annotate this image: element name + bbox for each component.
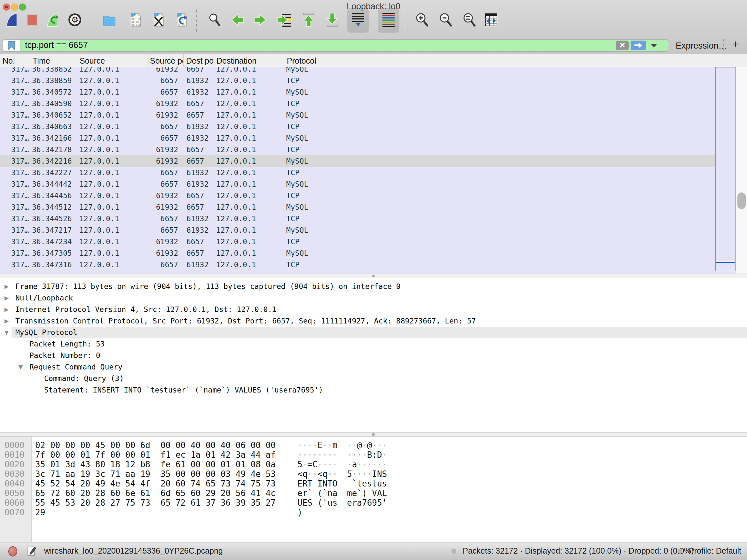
packet-row[interactable]: 317…36.347217127.0.0.1665761932127.0.0.1… <box>0 224 715 236</box>
scrollbar-thumb[interactable] <box>738 192 746 209</box>
cell-time: 36.344526 <box>30 213 77 224</box>
packet-row[interactable]: 317…36.340663127.0.0.1665761932127.0.0.1… <box>0 121 715 132</box>
packet-row[interactable]: 317…36.347305127.0.0.1619326657127.0.0.1… <box>0 247 715 259</box>
column-header-dest-port[interactable]: Dest port <box>183 54 214 67</box>
filter-history-caret[interactable] <box>651 44 657 48</box>
filter-apply-button[interactable] <box>630 41 646 50</box>
column-header-source[interactable]: Source <box>77 54 147 67</box>
detail-row[interactable]: Command: Query (3) <box>0 373 747 384</box>
stop-capture-button[interactable] <box>24 13 40 28</box>
close-file-button[interactable]: 0101001101 <box>151 13 166 28</box>
intelligent-scrollbar-minimap[interactable] <box>715 67 736 271</box>
display-filter-input[interactable]: tcp.port == 6657 ✕ <box>3 39 668 52</box>
packet-row[interactable]: 317…36.347316127.0.0.1665761932127.0.0.1… <box>0 259 715 270</box>
packet-row[interactable]: 317…36.344512127.0.0.1619326657127.0.0.1… <box>0 202 715 213</box>
expression-button[interactable]: Expression… <box>676 41 727 51</box>
hex-row[interactable]: 00303c 71 aa 19 3c 71 aa 1935 00 00 00 0… <box>0 469 747 479</box>
capture-comment-icon[interactable] <box>27 545 36 558</box>
detail-row[interactable]: ▶Transmission Control Protocol, Src Port… <box>0 315 747 327</box>
cell-dst: 127.0.0.1 <box>214 259 284 270</box>
cell-sport: 61932 <box>147 202 183 213</box>
expand-triangle-icon[interactable]: ▶ <box>4 315 9 327</box>
cell-src: 127.0.0.1 <box>77 213 147 224</box>
packet-row[interactable]: 317…36.344456127.0.0.1619326657127.0.0.1… <box>0 190 715 202</box>
packet-row[interactable]: 317…36.342216127.0.0.1619326657127.0.0.1… <box>0 155 715 167</box>
cell-time: 36.340590 <box>30 98 77 109</box>
hex-row[interactable]: 007029) <box>0 508 747 517</box>
go-to-packet-button[interactable] <box>277 13 292 28</box>
reload-file-button[interactable]: 10100110 <box>174 13 189 28</box>
start-capture-button[interactable] <box>4 13 19 28</box>
packet-row[interactable]: 317…36.340572127.0.0.1665761932127.0.0.1… <box>0 86 715 98</box>
auto-scroll-toggle[interactable] <box>351 13 366 28</box>
open-file-button[interactable] <box>102 13 117 28</box>
expand-triangle-icon[interactable]: ▶ <box>4 304 9 315</box>
detail-row[interactable]: Packet Length: 53 <box>0 338 747 350</box>
packet-row[interactable]: 317…36.342227127.0.0.1665761932127.0.0.1… <box>0 167 715 178</box>
cell-time: 36.342216 <box>30 155 77 167</box>
collapse-triangle-icon[interactable]: ▼ <box>4 327 9 338</box>
list-details-splitter[interactable] <box>0 274 747 278</box>
filter-clear-button[interactable]: ✕ <box>616 41 629 50</box>
zoom-reset-button[interactable] <box>462 13 477 28</box>
resize-columns-button[interactable] <box>484 13 499 28</box>
cell-dst: 127.0.0.1 <box>214 178 284 190</box>
toolbar-separator <box>407 9 407 32</box>
hex-row[interactable]: 004045 52 54 20 49 4e 54 4f20 60 74 65 7… <box>0 479 747 488</box>
column-header-time[interactable]: Time <box>30 54 77 67</box>
column-header-protocol[interactable]: Protocol <box>284 54 715 67</box>
expert-info-icon[interactable] <box>8 546 17 557</box>
cell-dst: 127.0.0.1 <box>214 75 284 86</box>
details-hex-splitter[interactable] <box>0 432 747 436</box>
packet-row[interactable]: 317…36.342166127.0.0.1665761932127.0.0.1… <box>0 132 715 144</box>
capture-options-button[interactable]: ⚙ <box>67 13 82 28</box>
detail-row[interactable]: ▼Request Command Query <box>0 361 747 373</box>
hex-row[interactable]: 00107f 00 00 01 7f 00 00 01f1 ec 1a 01 4… <box>0 450 747 460</box>
find-packet-button[interactable] <box>207 13 223 28</box>
column-header-no-[interactable]: No. <box>0 54 30 67</box>
hex-row[interactable]: 000002 00 00 00 45 00 00 6d00 00 40 00 4… <box>0 441 747 450</box>
cell-dport: 6657 <box>183 144 214 155</box>
detail-row[interactable]: ▶Frame 31787: 113 bytes on wire (904 bit… <box>0 281 747 292</box>
restart-capture-button[interactable] <box>45 13 60 28</box>
packet-row[interactable]: 317…36.342178127.0.0.1619326657127.0.0.1… <box>0 144 715 155</box>
expand-triangle-icon[interactable]: ▶ <box>4 292 9 304</box>
detail-row[interactable]: Statement: INSERT INTO `testuser` (`name… <box>0 384 747 396</box>
packet-row[interactable]: 317…36.338852127.0.0.1619326657127.0.0.1… <box>0 67 715 75</box>
hex-row[interactable]: 006055 45 53 20 28 27 75 7365 72 61 37 3… <box>0 498 747 508</box>
hex-row[interactable]: 005065 72 60 20 28 60 6e 616d 65 60 29 2… <box>0 488 747 498</box>
profile-text[interactable]: Profile: Default <box>689 546 741 556</box>
expand-triangle-icon[interactable]: ▶ <box>4 281 9 292</box>
packet-list-scrollbar[interactable] <box>736 67 747 274</box>
hex-offset: 0010 <box>4 450 25 460</box>
packet-row[interactable]: 317…36.347234127.0.0.1619326657127.0.0.1… <box>0 236 715 247</box>
column-header-source-port[interactable]: Source port <box>147 54 183 67</box>
detail-row[interactable]: Packet Number: 0 <box>0 350 747 361</box>
zoom-out-button[interactable] <box>438 13 454 28</box>
detail-text: Request Command Query <box>29 361 123 373</box>
packet-row[interactable]: 317…36.344526127.0.0.1665761932127.0.0.1… <box>0 213 715 224</box>
detail-row[interactable]: ▶Null/Loopback <box>0 292 747 304</box>
packet-row[interactable]: 317…36.344442127.0.0.1665761932127.0.0.1… <box>0 178 715 190</box>
cell-no: 317… <box>0 109 30 121</box>
detail-row[interactable]: ▶Internet Protocol Version 4, Src: 127.0… <box>0 304 747 315</box>
last-packet-button[interactable] <box>325 13 340 28</box>
zoom-in-button[interactable] <box>414 13 430 28</box>
colorize-toggle[interactable] <box>381 13 396 28</box>
packet-row[interactable]: 317…36.340652127.0.0.1619326657127.0.0.1… <box>0 109 715 121</box>
save-file-button[interactable]: 010100110101110 <box>128 13 143 28</box>
first-packet-button[interactable] <box>301 13 316 28</box>
cell-dst: 127.0.0.1 <box>214 121 284 132</box>
packet-row[interactable]: 317…36.340590127.0.0.1619326657127.0.0.1… <box>0 98 715 109</box>
add-filter-button[interactable]: + <box>732 38 739 50</box>
window-title: Loopback: lo0 <box>0 2 747 11</box>
detail-row[interactable]: ▼MySQL Protocol <box>0 327 747 338</box>
filter-bookmark-button[interactable] <box>3 39 21 51</box>
collapse-triangle-icon[interactable]: ▼ <box>19 361 23 373</box>
previous-packet-button[interactable] <box>230 13 245 28</box>
next-packet-button[interactable] <box>253 13 268 28</box>
hex-bytes: 35 01 3d 43 80 18 12 b8 <box>35 460 150 469</box>
hex-row[interactable]: 002035 01 3d 43 80 18 12 b8fe 61 00 00 0… <box>0 460 747 469</box>
column-header-destination[interactable]: Destination <box>214 54 284 67</box>
packet-row[interactable]: 317…36.338859127.0.0.1665761932127.0.0.1… <box>0 75 715 86</box>
